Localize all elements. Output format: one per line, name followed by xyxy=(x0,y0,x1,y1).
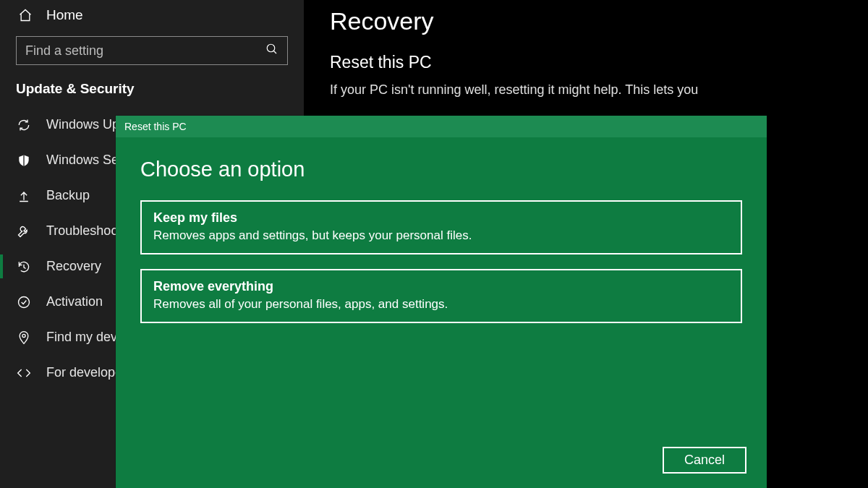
option-description: Removes all of your personal files, apps… xyxy=(153,297,729,312)
code-icon xyxy=(16,366,32,380)
sidebar-item-label: Troubleshoot xyxy=(46,223,122,239)
dialog-footer: Cancel xyxy=(663,447,746,474)
check-circle-icon xyxy=(16,295,32,309)
dialog-titlebar-text: Reset this PC xyxy=(124,121,187,132)
dialog-heading: Choose an option xyxy=(140,158,742,181)
sidebar-item-label: Backup xyxy=(46,188,90,203)
wrench-icon xyxy=(16,224,32,239)
svg-line-1 xyxy=(273,51,276,53)
cancel-button[interactable]: Cancel xyxy=(663,447,746,474)
search-box[interactable] xyxy=(16,36,288,65)
option-remove-everything[interactable]: Remove everything Removes all of your pe… xyxy=(140,269,742,323)
sidebar-item-label: Recovery xyxy=(46,259,101,274)
sidebar-section-title: Update & Security xyxy=(0,78,304,107)
section-body: If your PC isn't running well, resetting… xyxy=(330,82,778,98)
dialog-body: Choose an option Keep my files Removes a… xyxy=(116,137,767,358)
option-keep-my-files[interactable]: Keep my files Removes apps and settings,… xyxy=(140,200,742,254)
search-input[interactable] xyxy=(25,43,248,59)
reset-pc-dialog: Reset this PC Choose an option Keep my f… xyxy=(116,116,767,488)
sidebar-home-label: Home xyxy=(46,7,83,23)
option-title: Remove everything xyxy=(153,279,729,294)
sidebar-item-label: Activation xyxy=(46,294,103,309)
upload-icon xyxy=(16,189,32,203)
search-icon xyxy=(265,43,278,59)
svg-point-2 xyxy=(19,296,30,307)
option-title: Keep my files xyxy=(153,210,729,226)
home-icon xyxy=(17,8,33,22)
dialog-titlebar: Reset this PC xyxy=(116,116,767,137)
section-heading: Reset this PC xyxy=(330,53,842,72)
sync-icon xyxy=(16,118,32,132)
page-title: Recovery xyxy=(330,7,842,35)
history-icon xyxy=(16,260,32,274)
svg-point-3 xyxy=(22,334,25,337)
sidebar-home[interactable]: Home xyxy=(0,0,304,33)
svg-point-0 xyxy=(267,44,275,52)
option-description: Removes apps and settings, but keeps you… xyxy=(153,228,729,243)
shield-icon xyxy=(16,153,32,168)
settings-window: Home Update & Security Windows Update Wi… xyxy=(0,0,868,488)
location-icon xyxy=(16,330,32,345)
